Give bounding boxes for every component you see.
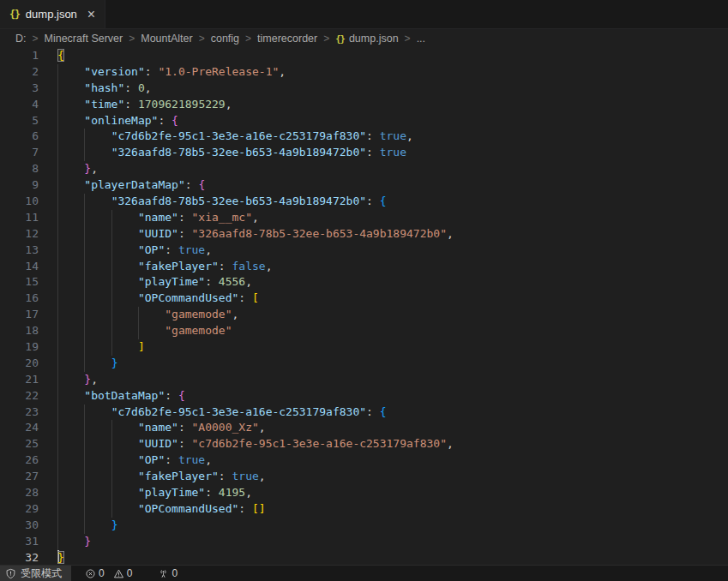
- breadcrumb-label: D:: [15, 33, 27, 45]
- code-line-content: "playerDataMap": {: [57, 177, 728, 194]
- indentation: [57, 81, 84, 94]
- line-number[interactable]: 14: [0, 259, 39, 275]
- indent-guide: [111, 436, 112, 452]
- code-token: {: [198, 178, 205, 191]
- breadcrumb-item[interactable]: config: [211, 33, 239, 45]
- line-number[interactable]: 19: [0, 339, 39, 356]
- editor-code-area[interactable]: 1{2 "version": "1.0-PreRelease-1",3 "has…: [0, 48, 728, 566]
- code-line-9[interactable]: 9 "playerDataMap": {: [0, 177, 728, 194]
- restricted-mode-button[interactable]: 受限模式: [0, 566, 71, 581]
- line-number[interactable]: 5: [0, 113, 39, 129]
- code-line-1[interactable]: 1{: [0, 48, 728, 64]
- code-line-4[interactable]: 4 "time": 1709621895229,: [0, 97, 728, 113]
- line-number[interactable]: 3: [0, 81, 39, 97]
- code-line-5[interactable]: 5 "onlineMap": {: [0, 113, 728, 129]
- line-number[interactable]: 25: [0, 436, 39, 452]
- code-line-27[interactable]: 27 "fakePlayer": true,: [0, 469, 728, 485]
- line-number[interactable]: 11: [0, 210, 39, 226]
- code-line-25[interactable]: 25 "UUID": "c7d6b2fe-95c1-3e3e-a16e-c253…: [0, 436, 728, 452]
- code-token: "hash": [84, 81, 124, 94]
- line-number[interactable]: 32: [0, 550, 39, 566]
- code-token: "A0000_Xz": [192, 421, 259, 434]
- code-line-22[interactable]: 22 "botDataMap": {: [0, 388, 728, 404]
- tab-dump-json[interactable]: {} dump.json ×: [0, 0, 105, 28]
- code-line-6[interactable]: 6 "c7d6b2fe-95c1-3e3e-a16e-c253179af830"…: [0, 129, 728, 145]
- breadcrumb-item[interactable]: ...: [417, 33, 425, 45]
- code-line-content: "gamemode",: [57, 307, 728, 323]
- line-number[interactable]: 17: [0, 307, 39, 323]
- line-number[interactable]: 12: [0, 226, 39, 243]
- breadcrumb-item[interactable]: Minecraft Server: [45, 33, 123, 45]
- line-number[interactable]: 23: [0, 404, 39, 421]
- ports-button[interactable]: 0: [151, 566, 184, 581]
- code-line-14[interactable]: 14 "fakePlayer": false,: [0, 259, 728, 275]
- code-line-8[interactable]: 8 },: [0, 161, 728, 177]
- code-token: ]: [138, 340, 145, 353]
- line-number[interactable]: 13: [0, 243, 39, 259]
- line-number[interactable]: 31: [0, 534, 39, 550]
- line-number[interactable]: 24: [0, 420, 39, 436]
- line-number[interactable]: 21: [0, 372, 39, 388]
- code-token: {: [171, 114, 178, 127]
- code-line-10[interactable]: 10 "326aafd8-78b5-32ee-b653-4a9b189472b0…: [0, 194, 728, 210]
- breadcrumb-item[interactable]: timerecorder: [257, 33, 317, 45]
- line-number[interactable]: 7: [0, 145, 39, 161]
- line-number[interactable]: 9: [0, 177, 39, 194]
- line-number[interactable]: 16: [0, 290, 39, 307]
- line-number[interactable]: 20: [0, 356, 39, 372]
- line-number[interactable]: 2: [0, 64, 39, 81]
- breadcrumb-item[interactable]: {}dump.json: [335, 33, 398, 45]
- line-number[interactable]: 30: [0, 518, 39, 534]
- code-line-21[interactable]: 21 },: [0, 372, 728, 388]
- breadcrumb-item[interactable]: D:: [15, 33, 27, 45]
- line-number[interactable]: 10: [0, 194, 39, 210]
- breadcrumb: D:>Minecraft Server>MountAlter>config>ti…: [0, 29, 728, 48]
- code-token: :: [205, 275, 219, 288]
- line-number[interactable]: 15: [0, 274, 39, 290]
- code-line-11[interactable]: 11 "name": "xia__mc",: [0, 210, 728, 226]
- code-line-content: "botDataMap": {: [57, 388, 728, 404]
- code-line-content: "OPCommandUsed": []: [57, 501, 728, 518]
- code-line-31[interactable]: 31 }: [0, 534, 728, 550]
- indent-guide: [111, 259, 112, 275]
- code-line-32[interactable]: 32}: [0, 550, 728, 566]
- code-line-23[interactable]: 23 "c7d6b2fe-95c1-3e3e-a16e-c253179af830…: [0, 404, 728, 421]
- line-number[interactable]: 26: [0, 452, 39, 469]
- line-number[interactable]: 27: [0, 469, 39, 485]
- line-number[interactable]: 4: [0, 97, 39, 113]
- code-line-18[interactable]: 18 "gamemode": [0, 323, 728, 339]
- line-number[interactable]: 29: [0, 501, 39, 518]
- indent-guide: [84, 194, 85, 210]
- line-number[interactable]: 22: [0, 388, 39, 404]
- code-token: "playTime": [138, 486, 205, 499]
- problems-button[interactable]: 0 0: [78, 566, 139, 581]
- code-line-15[interactable]: 15 "playTime": 4556,: [0, 274, 728, 290]
- line-number[interactable]: 8: [0, 161, 39, 177]
- code-line-19[interactable]: 19 ]: [0, 339, 728, 356]
- code-line-7[interactable]: 7 "326aafd8-78b5-32ee-b653-4a9b189472b0"…: [0, 145, 728, 161]
- line-number[interactable]: 28: [0, 485, 39, 501]
- code-token: "c7d6b2fe-95c1-3e3e-a16e-c253179af830": [111, 129, 366, 142]
- indent-guide: [84, 210, 85, 226]
- breadcrumb-item[interactable]: MountAlter: [141, 33, 192, 45]
- indent-guide: [111, 339, 112, 356]
- code-line-2[interactable]: 2 "version": "1.0-PreRelease-1",: [0, 64, 728, 81]
- code-line-20[interactable]: 20 }: [0, 356, 728, 372]
- code-line-29[interactable]: 29 "OPCommandUsed": []: [0, 501, 728, 518]
- code-token: }: [57, 551, 64, 564]
- code-line-30[interactable]: 30 }: [0, 518, 728, 534]
- code-line-3[interactable]: 3 "hash": 0,: [0, 81, 728, 97]
- code-token: "1.0-PreRelease-1": [158, 65, 279, 78]
- code-line-13[interactable]: 13 "OP": true,: [0, 243, 728, 259]
- line-number[interactable]: 6: [0, 129, 39, 145]
- code-line-16[interactable]: 16 "OPCommandUsed": [: [0, 290, 728, 307]
- close-icon[interactable]: ×: [87, 8, 95, 21]
- code-line-24[interactable]: 24 "name": "A0000_Xz",: [0, 420, 728, 436]
- code-line-26[interactable]: 26 "OP": true,: [0, 452, 728, 469]
- code-token: [: [252, 291, 259, 304]
- code-line-12[interactable]: 12 "UUID": "326aafd8-78b5-32ee-b653-4a9b…: [0, 226, 728, 243]
- line-number[interactable]: 18: [0, 323, 39, 339]
- code-line-28[interactable]: 28 "playTime": 4195,: [0, 485, 728, 501]
- code-line-17[interactable]: 17 "gamemode",: [0, 307, 728, 323]
- line-number[interactable]: 1: [0, 48, 39, 64]
